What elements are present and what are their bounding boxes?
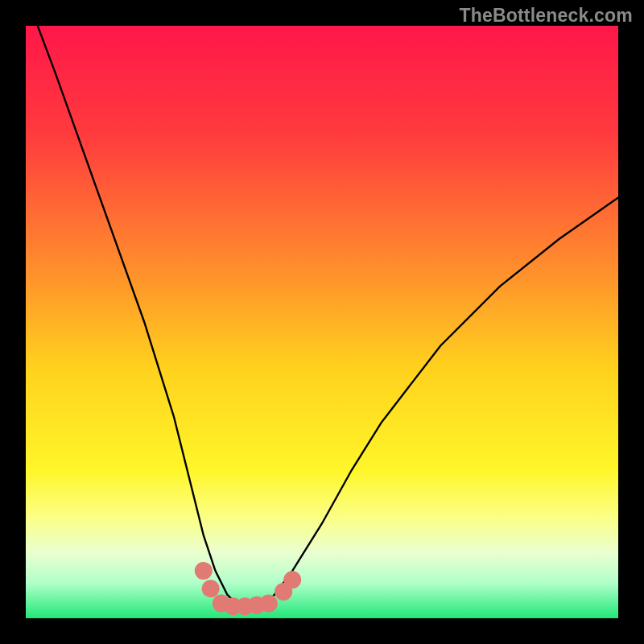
- chart-frame: TheBottleneck.com: [0, 0, 644, 644]
- chart-canvas: [26, 26, 618, 618]
- watermark-text: TheBottleneck.com: [459, 5, 633, 27]
- data-marker: [202, 580, 220, 597]
- bottleneck-curve: [38, 26, 618, 606]
- data-marker: [260, 595, 278, 613]
- plot-area: [26, 26, 618, 618]
- data-marker: [195, 562, 213, 580]
- data-markers: [195, 562, 301, 615]
- data-marker: [283, 571, 301, 588]
